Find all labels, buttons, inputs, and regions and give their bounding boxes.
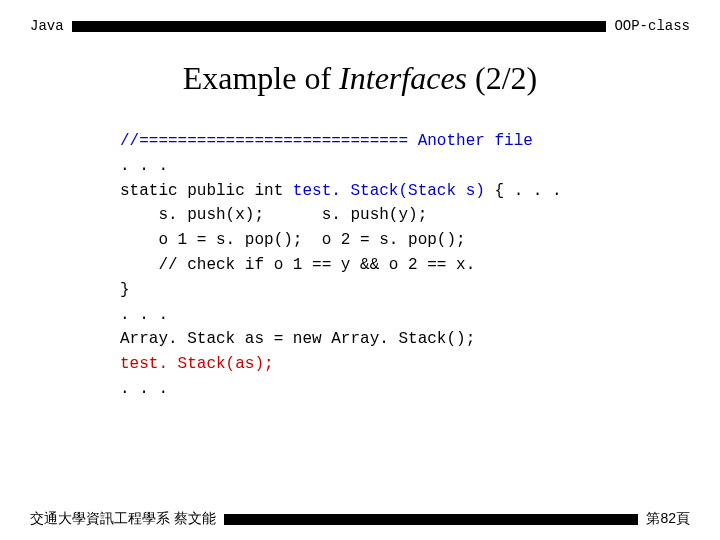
code-line-10: test. Stack(as); bbox=[120, 355, 274, 373]
code-line-7: } bbox=[120, 281, 130, 299]
code-line-3b: test. Stack(Stack s) bbox=[293, 182, 485, 200]
slide-title: Example of Interfaces (2/2) bbox=[0, 60, 720, 97]
title-pre: Example of bbox=[183, 60, 339, 96]
code-line-5: o 1 = s. pop(); o 2 = s. pop(); bbox=[120, 231, 466, 249]
code-line-2: . . . bbox=[120, 157, 168, 175]
code-line-6: // check if o 1 == y && o 2 == x. bbox=[120, 256, 475, 274]
code-line-4: s. push(x); s. push(y); bbox=[120, 206, 427, 224]
code-line-8: . . . bbox=[120, 306, 168, 324]
code-line-1: //============================ Another f… bbox=[120, 132, 533, 150]
title-post: (2/2) bbox=[467, 60, 537, 96]
footer-rule bbox=[224, 514, 639, 525]
header-left-label: Java bbox=[30, 18, 64, 34]
header-right-label: OOP-class bbox=[614, 18, 690, 34]
code-block: //============================ Another f… bbox=[120, 129, 720, 402]
footer-page-number: 第82頁 bbox=[646, 510, 690, 528]
code-line-9: Array. Stack as = new Array. Stack(); bbox=[120, 330, 475, 348]
slide-footer: 交通大學資訊工程學系 蔡文能 第82頁 bbox=[0, 510, 720, 528]
code-line-3a: static public int bbox=[120, 182, 293, 200]
footer-left-label: 交通大學資訊工程學系 蔡文能 bbox=[30, 510, 216, 528]
code-line-11: . . . bbox=[120, 380, 168, 398]
header-rule bbox=[72, 21, 607, 32]
slide-header: Java OOP-class bbox=[0, 0, 720, 42]
code-line-3c: { . . . bbox=[485, 182, 562, 200]
title-italic: Interfaces bbox=[339, 60, 467, 96]
